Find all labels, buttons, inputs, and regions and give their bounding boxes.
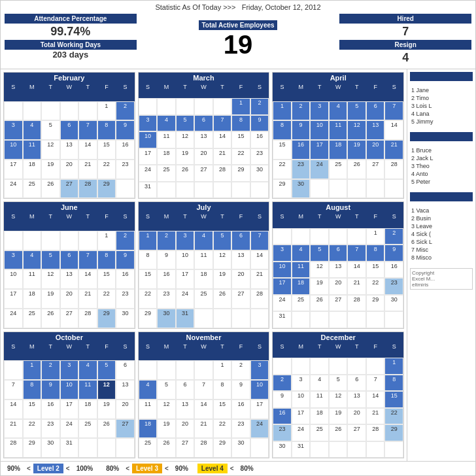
l3-min: 80% — [102, 464, 123, 473]
s4-num: 4 — [411, 110, 416, 117]
resign-value: 4 — [402, 50, 409, 66]
sidebar-blue-bar-1 — [410, 72, 473, 81]
l4-label: Level 4 — [197, 464, 228, 473]
jun-header: June — [4, 202, 135, 212]
l3-label: Level 3 — [132, 464, 162, 473]
s1-name: Jane — [416, 87, 430, 94]
dec-header: December — [273, 332, 403, 343]
footer-level4: Level 4 < 80% — [197, 464, 258, 473]
calendar-october: October SMTWTFS 123456 78910111213 14151… — [3, 332, 135, 458]
attendance-value: 99.74% — [50, 24, 90, 40]
sidebar-blue-bar-3 — [410, 192, 473, 201]
s3-name: Lois L — [416, 103, 432, 109]
footer-level2: 90% < Level 2 < 100% — [3, 464, 97, 473]
statistic-label: Statistic As Of Today >>> — [155, 3, 235, 11]
calendar-april: April SMTWTFS 1234567 891011121314 15161… — [272, 72, 404, 199]
calendar-december: December SMTWTFS 1 2345678 9101112131415… — [272, 332, 404, 458]
l3-max: 90% — [171, 464, 192, 473]
l2-lt2: < — [66, 465, 70, 472]
s1-num: 1 — [411, 87, 416, 94]
l4-lt: < — [230, 465, 234, 472]
calendar-row-3: October SMTWTFS 123456 78910111213 14151… — [3, 332, 404, 458]
header-date: Friday, October 12, 2012 — [242, 3, 321, 11]
legend-caption: Copyright Excel M... eltmiris — [410, 268, 473, 290]
oct-header: October — [4, 332, 135, 343]
calendar-march: March SMTWTFS 12 3456789 10111213141516 … — [138, 72, 270, 199]
l2-max: 100% — [73, 464, 97, 473]
calendar-august: August SMTWTFS 12 3456789 10111213141516… — [272, 201, 404, 328]
header-date-line: Statistic As Of Today >>> Friday, Octobe… — [5, 3, 471, 11]
s2-name: Timo — [416, 95, 429, 101]
theo-name: Theo — [416, 163, 430, 169]
jul-header: July — [139, 202, 269, 212]
hired-value: 7 — [402, 24, 409, 40]
working-days-value: 203 days — [52, 50, 88, 60]
s4-name: Lana — [416, 110, 430, 117]
attendance-block: Attendance Percentage 99.74% Total Worki… — [5, 14, 137, 66]
nov-header: November — [139, 332, 269, 343]
s3-num: 3 — [411, 103, 416, 109]
calendar-february: February SMTWTFS 12 3456789 101112131415… — [3, 72, 135, 199]
right-sidebar: 1 Jane 2 Timo 3 Lois L 4 Lana 5 Jimmy 1 … — [407, 69, 475, 461]
total-active-label: Total Active Employees — [199, 20, 277, 30]
header-stats: Attendance Percentage 99.74% Total Worki… — [5, 14, 471, 66]
header-section: Statistic As Of Today >>> Friday, Octobe… — [1, 1, 475, 69]
apr-header: April — [273, 73, 403, 83]
calendars-section: February SMTWTFS 12 3456789 101112131415… — [1, 69, 407, 461]
l3-lt: < — [126, 465, 129, 472]
content-area: February SMTWTFS 12 3456789 101112131415… — [1, 69, 475, 461]
resign-label: Resign — [339, 40, 471, 50]
mar-header: March — [139, 73, 269, 83]
l2-min: 90% — [3, 464, 24, 473]
l2-lt: < — [27, 465, 31, 472]
l2-label: Level 2 — [33, 464, 63, 473]
total-active-value: 19 — [224, 30, 253, 60]
calendar-june: June SMTWTFS 12 3456789 10111213141516 1… — [3, 201, 135, 328]
sidebar-mid-section: 1 Bruce 2 Jack L 3 Theo 4 Anto 5 Peter — [410, 146, 473, 186]
s5-num: 5 — [411, 118, 416, 125]
right-stats: Hired 7 Resign 4 — [339, 14, 471, 66]
calendar-november: November SMTWTFS 123 45678910 1112131415… — [138, 332, 270, 458]
attendance-label: Attendance Percentage — [5, 14, 137, 24]
total-active-block: Total Active Employees 19 — [139, 14, 337, 66]
calendar-row-2: June SMTWTFS 12 3456789 10111213141516 1… — [3, 201, 404, 328]
l4-max: 80% — [237, 464, 258, 473]
calendar-july: July SMTWTFS 1234567 891011121314 151617… — [138, 201, 270, 328]
footer-level3: 80% < Level 3 < 90% — [102, 464, 192, 473]
calendar-row-1: February SMTWTFS 12 3456789 101112131415… — [3, 72, 404, 199]
working-days-label: Total Working Days — [5, 40, 137, 50]
feb-header: February — [4, 73, 135, 83]
sidebar-blue-bar-2 — [410, 132, 473, 141]
sidebar-bottom-section: 1 Vaca 2 Busin 3 Leave 4 Sick ( 6 Sick L… — [410, 207, 473, 262]
s5-name: Jimmy — [416, 118, 434, 125]
hired-label: Hired — [339, 14, 471, 24]
aug-header: August — [273, 202, 403, 212]
l3-lt2: < — [165, 465, 169, 472]
sidebar-top-section: 1 Jane 2 Timo 3 Lois L 4 Lana 5 Jimmy — [410, 86, 473, 126]
footer-bar: 90% < Level 2 < 100% 80% < Level 3 < 90%… — [1, 461, 475, 475]
